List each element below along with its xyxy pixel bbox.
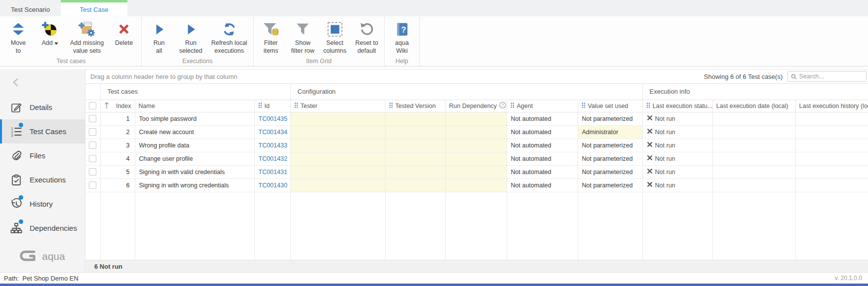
- table-row[interactable]: 6Signing in with wrong credentialsTC0014…: [85, 179, 868, 192]
- last-execution-status-cell: Not run: [642, 152, 712, 165]
- group-by-drop-zone[interactable]: Drag a column header here to group by th…: [85, 73, 704, 80]
- id-cell: TC001432: [254, 152, 290, 165]
- run-selected-button[interactable]: Run selected: [179, 20, 202, 55]
- run-dependency-cell[interactable]: [445, 152, 507, 165]
- aqua-wiki-button[interactable]: ?aqua Wiki: [391, 20, 413, 55]
- run-dependency-cell[interactable]: [445, 165, 507, 179]
- testcase-id-link[interactable]: TC001435: [259, 115, 287, 122]
- run-dependency-cell[interactable]: [445, 112, 507, 125]
- table-row[interactable]: 1Too simple passwordTC001435Not automate…: [85, 112, 868, 125]
- refresh-local-executions-button[interactable]: Refresh local executions: [211, 20, 247, 55]
- column-header-tester[interactable]: Tester: [290, 100, 385, 112]
- table-row[interactable]: 3Wrong profile dataTC001433Not automated…: [85, 139, 868, 152]
- column-header-id[interactable]: Id: [254, 100, 290, 112]
- column-filter-dots-icon: [646, 102, 650, 110]
- ribbon-group-caption: Executions: [142, 58, 253, 65]
- empty-cell: [254, 192, 290, 260]
- sidebar-item-files[interactable]: Files: [0, 143, 85, 168]
- tested-version-cell[interactable]: [385, 112, 445, 125]
- tab-test-scenario[interactable]: Test Scenario: [0, 0, 61, 16]
- testcase-id-link[interactable]: TC001433: [259, 142, 287, 149]
- value-set-cell: Not parameterized: [578, 152, 642, 165]
- path-value: Pet Shop Demo EN: [22, 275, 78, 282]
- button-label: Move to: [11, 39, 26, 55]
- tester-cell[interactable]: [290, 139, 385, 152]
- help-icon[interactable]: ?: [499, 102, 506, 110]
- testcase-id-link[interactable]: TC001430: [259, 182, 287, 189]
- select-all-checkbox[interactable]: [89, 102, 96, 109]
- agent-cell: Not automated: [507, 179, 578, 192]
- column-header-tested-version[interactable]: Tested Version: [385, 100, 445, 112]
- not-run-x-icon: [647, 142, 653, 149]
- select-columns-button[interactable]: Select columns: [323, 20, 347, 55]
- column-header-index[interactable]: Index: [100, 100, 135, 112]
- sidebar-item-details[interactable]: Details: [0, 95, 85, 119]
- move-to-button[interactable]: Move to: [7, 20, 30, 55]
- sidebar-item-history[interactable]: History: [0, 192, 85, 216]
- ribbon-group-caption: Item Grid: [254, 58, 384, 65]
- column-header-last-status[interactable]: Last execution statu...: [642, 100, 712, 112]
- sidebar-item-executions[interactable]: Executions: [0, 168, 85, 192]
- table-row[interactable]: 4Change user profileTC001432Not automate…: [85, 152, 868, 165]
- sidebar-item-test-cases[interactable]: 123Test Cases: [0, 119, 85, 143]
- svg-text:2: 2: [11, 130, 13, 133]
- status-label: Not run: [655, 142, 675, 149]
- tested-version-cell[interactable]: [385, 165, 445, 179]
- run-dependency-cell[interactable]: [445, 125, 507, 139]
- tested-version-cell[interactable]: [385, 179, 445, 192]
- row-checkbox[interactable]: [89, 181, 96, 189]
- delete-button[interactable]: Delete: [113, 20, 135, 47]
- column-header-run-dependency[interactable]: Run Dependency?: [445, 100, 507, 112]
- row-checkbox[interactable]: [89, 155, 96, 162]
- column-header-last-date[interactable]: Last execution date (local): [712, 100, 795, 112]
- tester-cell[interactable]: [290, 152, 385, 165]
- tested-version-cell[interactable]: [385, 152, 445, 165]
- add-missing-value-sets-button[interactable]: Add missing value sets: [70, 20, 104, 55]
- table-row[interactable]: 5Signing in with valid credentialsTC0014…: [85, 165, 868, 179]
- testcase-id-link[interactable]: TC001432: [259, 155, 287, 162]
- column-header-value-set[interactable]: Value set used: [578, 100, 642, 112]
- sidebar-collapse-button[interactable]: [0, 69, 85, 95]
- reset-to-default-button[interactable]: Reset to default: [355, 20, 378, 55]
- column-filter-dots-icon: [511, 102, 514, 110]
- filter-items-button[interactable]: Filter items: [260, 20, 282, 55]
- show-filter-row-button[interactable]: Show filter row: [291, 20, 315, 55]
- tested-version-cell[interactable]: [385, 125, 445, 139]
- column-header-agent[interactable]: Agent: [507, 100, 578, 112]
- column-header-last-history[interactable]: Last execution history (local): [795, 100, 868, 112]
- row-checkbox[interactable]: [89, 115, 96, 122]
- tester-cell[interactable]: [290, 179, 385, 192]
- column-header-label: Index: [116, 103, 131, 109]
- column-header-name[interactable]: Name: [135, 100, 254, 112]
- row-checkbox[interactable]: [89, 168, 96, 176]
- details-icon: [10, 102, 22, 113]
- status-label: Not run: [655, 169, 675, 176]
- testcase-id-link[interactable]: TC001434: [259, 129, 287, 136]
- row-checkbox[interactable]: [89, 142, 96, 149]
- search-input[interactable]: [799, 73, 863, 80]
- tested-version-cell[interactable]: [385, 139, 445, 152]
- id-cell: TC001435: [254, 112, 290, 125]
- empty-cell: [100, 192, 135, 260]
- run-all-button[interactable]: Run all: [148, 20, 170, 55]
- sidebar-item-label: Test Cases: [30, 127, 66, 136]
- table-row[interactable]: 2Create new accountTC001434Not automated…: [85, 125, 868, 139]
- row-checkbox[interactable]: [89, 128, 96, 136]
- run-dependency-cell[interactable]: [445, 139, 507, 152]
- agent-cell: Not automated: [507, 139, 578, 152]
- select-all-cell: [85, 100, 100, 112]
- tab-test-case[interactable]: Test Case: [61, 0, 127, 16]
- tester-cell[interactable]: [290, 112, 385, 125]
- testcase-id-link[interactable]: TC001431: [259, 169, 287, 176]
- tester-cell[interactable]: [290, 125, 385, 139]
- add-button[interactable]: Add: [39, 20, 61, 47]
- notification-badge: [19, 123, 23, 127]
- run-dependency-cell[interactable]: [445, 179, 507, 192]
- value-set-cell[interactable]: Administrator: [578, 125, 642, 139]
- aqua-logo-text: aqua: [42, 250, 65, 262]
- last-execution-history-cell: [795, 179, 868, 192]
- tester-cell[interactable]: [290, 165, 385, 179]
- sidebar-item-label: Executions: [30, 176, 66, 184]
- index-cell: 6: [100, 179, 135, 192]
- sidebar-item-dependencies[interactable]: Dependencies: [0, 216, 85, 240]
